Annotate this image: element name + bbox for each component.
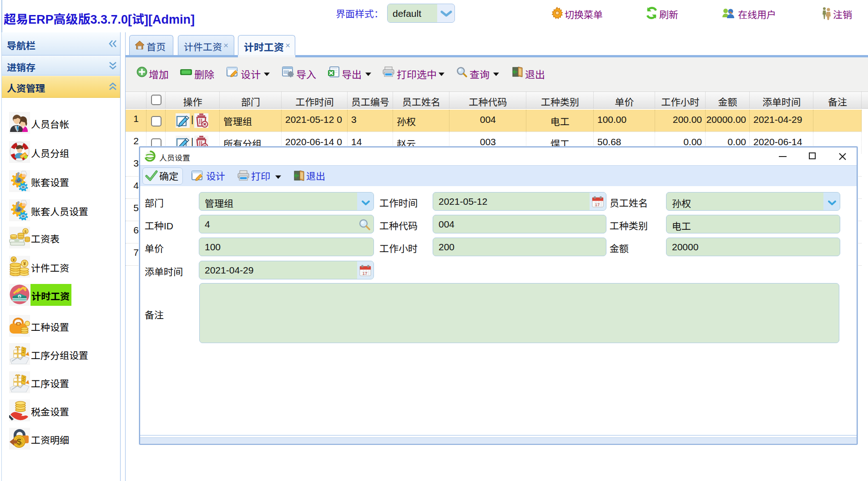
svg-text:$: $ [24, 229, 26, 234]
svg-text:$: $ [17, 437, 22, 446]
svg-text:¥: ¥ [23, 261, 26, 266]
svg-text:17: 17 [363, 271, 368, 276]
svg-text:$: $ [19, 295, 20, 299]
svg-text:¥: ¥ [12, 258, 15, 262]
svg-text:17: 17 [595, 202, 600, 207]
